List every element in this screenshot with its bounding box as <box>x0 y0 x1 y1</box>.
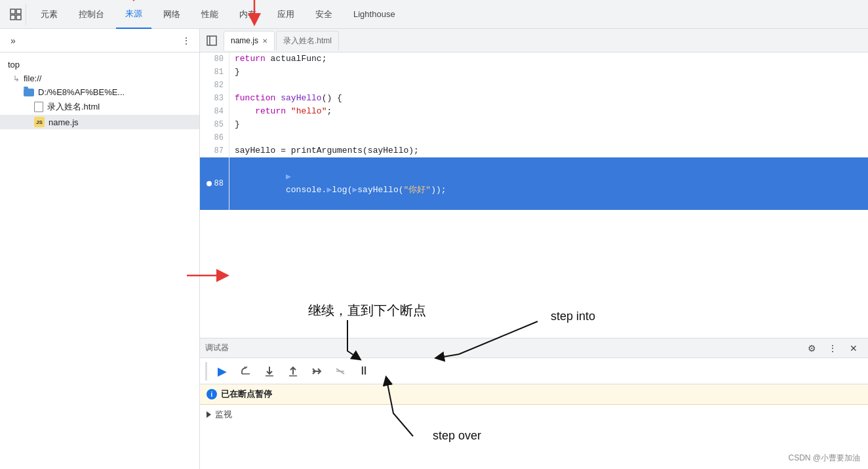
line-num-82: 82 <box>200 79 229 92</box>
folder-icon <box>24 89 34 96</box>
line-content-81: } <box>229 66 868 79</box>
line-content-82 <box>229 79 868 92</box>
top-label: top <box>8 60 20 70</box>
more-icon[interactable]: ⋮ <box>823 339 842 357</box>
svg-rect-4 <box>207 36 216 45</box>
breakpoint-status: i 已在断点暂停 <box>200 384 868 405</box>
nav-tab-sources[interactable]: 来源 <box>116 0 151 29</box>
code-line-81: 81 } <box>200 66 868 79</box>
line-content-86 <box>229 131 868 144</box>
step-into-button[interactable] <box>260 362 279 380</box>
file-tabs: name.js ✕ 录入姓名.html <box>200 29 868 52</box>
right-panel: name.js ✕ 录入姓名.html 80 return actualFunc… <box>200 29 868 469</box>
sidebar-item-js[interactable]: JS name.js <box>0 115 199 129</box>
line-content-85: } <box>229 118 868 131</box>
debugger-toolbar: ▶ <box>200 358 868 384</box>
code-line-80: 80 return actualFunc; <box>200 52 868 66</box>
watch-section[interactable]: 监视 <box>200 405 868 424</box>
code-line-85: 85 } <box>200 118 868 131</box>
line-content-83: function sayHello() { <box>229 92 868 105</box>
nav-tab-lighthouse[interactable]: Lighthouse <box>344 0 404 29</box>
separator <box>205 362 208 380</box>
file-tab-html[interactable]: 录入姓名.html <box>276 31 339 51</box>
line-num-87: 87 <box>200 144 229 157</box>
nav-tab-memory[interactable]: 内存 <box>230 0 266 29</box>
resume-button[interactable]: ▶ <box>213 362 231 380</box>
code-line-87: 87 sayHello = printArguments(sayHello); <box>200 144 868 157</box>
line-num-81: 81 <box>200 66 229 79</box>
code-line-83: 83 function sayHello() { <box>200 92 868 105</box>
line-content-88: ▶ console.▶log(▶sayHello("你好")); <box>229 157 868 210</box>
debugger-title: 调试器 <box>205 342 229 354</box>
step-over-button[interactable] <box>237 362 255 380</box>
watch-expand-icon <box>207 411 211 418</box>
line-num-84: 84 <box>200 105 229 118</box>
sidebar: » ⋮ top ↳ file:// D:/%E8%AF%BE%E... 录入姓名… <box>0 29 200 469</box>
pause-exception-btn[interactable]: ⏸ <box>355 362 373 380</box>
main-area: » ⋮ top ↳ file:// D:/%E8%AF%BE%E... 录入姓名… <box>0 29 868 469</box>
watermark: CSDN @小曹要加油 <box>788 453 860 464</box>
deactivate-btn[interactable] <box>331 362 349 380</box>
close-debugger-btn[interactable]: ✕ <box>844 339 863 357</box>
file-arrow-icon: ↳ <box>13 74 20 83</box>
watch-label: 监视 <box>215 409 232 420</box>
sidebar-toolbar: » ⋮ <box>0 29 199 52</box>
code-line-82: 82 <box>200 79 868 92</box>
svg-rect-0 <box>10 9 15 14</box>
file-tab-namejs[interactable]: name.js ✕ <box>224 31 275 51</box>
file-tab-label-html: 录入姓名.html <box>283 35 332 47</box>
step-button[interactable] <box>307 362 326 380</box>
code-editor[interactable]: 80 return actualFunc; 81 } 82 83 functio… <box>200 52 868 338</box>
debugger-icons: ⚙ ⋮ ✕ <box>802 339 863 357</box>
line-num-88: 88 <box>200 157 229 210</box>
devtools-icon[interactable] <box>5 4 26 25</box>
step-out-button[interactable] <box>284 362 302 380</box>
code-line-86: 86 <box>200 131 868 144</box>
line-content-80: return actualFunc; <box>229 52 868 66</box>
html-file-icon <box>34 102 43 112</box>
line-num-86: 86 <box>200 131 229 144</box>
pause-text: 已在断点暂停 <box>221 388 272 400</box>
sidebar-item-folder[interactable]: D:/%E8%AF%BE%E... <box>0 85 199 99</box>
code-line-88: 88 ▶ console.▶log(▶sayHello("你好")); <box>200 157 868 210</box>
nav-tab-console[interactable]: 控制台 <box>69 0 113 29</box>
sidebar-item-html[interactable]: 录入姓名.html <box>0 99 199 115</box>
toggle-sidebar-btn[interactable] <box>203 31 221 50</box>
debugger-panel: 调试器 ⚙ ⋮ ✕ ▶ <box>200 338 868 469</box>
debugger-header: 调试器 ⚙ ⋮ ✕ <box>200 338 868 358</box>
sidebar-menu-btn[interactable]: ⋮ <box>178 33 194 49</box>
svg-rect-3 <box>16 15 21 20</box>
line-content-87: sayHello = printArguments(sayHello); <box>229 144 868 157</box>
nav-tab-elements[interactable]: 元素 <box>31 0 67 29</box>
nav-tab-application[interactable]: 应用 <box>268 0 304 29</box>
nav-tab-security[interactable]: 安全 <box>306 0 342 29</box>
folder-label: D:/%E8%AF%BE%E... <box>38 87 125 97</box>
close-tab-namejs[interactable]: ✕ <box>262 37 267 45</box>
line-content-84: return "hello"; <box>229 105 868 118</box>
js-file-icon: JS <box>34 117 45 127</box>
sidebar-content: top ↳ file:// D:/%E8%AF%BE%E... 录入姓名.htm… <box>0 52 199 469</box>
settings-icon[interactable]: ⚙ <box>802 339 821 357</box>
line-num-83: 83 <box>200 92 229 105</box>
sidebar-item-top[interactable]: top <box>0 58 199 71</box>
info-icon: i <box>207 389 217 399</box>
file-tab-label-namejs: name.js <box>231 36 258 45</box>
top-nav: 元素 控制台 来源 网络 性能 内存 应用 安全 Lighthouse <box>0 0 868 29</box>
html-file-label: 录入姓名.html <box>47 101 100 113</box>
line-num-85: 85 <box>200 118 229 131</box>
nav-tab-performance[interactable]: 性能 <box>192 0 227 29</box>
nav-tab-network[interactable]: 网络 <box>154 0 189 29</box>
js-file-label: name.js <box>49 117 79 127</box>
svg-rect-1 <box>16 9 21 14</box>
code-line-84: 84 return "hello"; <box>200 105 868 118</box>
debugger-header-left: 调试器 <box>205 342 229 354</box>
svg-rect-2 <box>10 15 15 20</box>
expand-more-btn[interactable]: » <box>5 33 21 49</box>
file-label: file:// <box>24 73 41 83</box>
sidebar-item-file[interactable]: ↳ file:// <box>0 71 199 85</box>
line-num-80: 80 <box>200 52 229 66</box>
